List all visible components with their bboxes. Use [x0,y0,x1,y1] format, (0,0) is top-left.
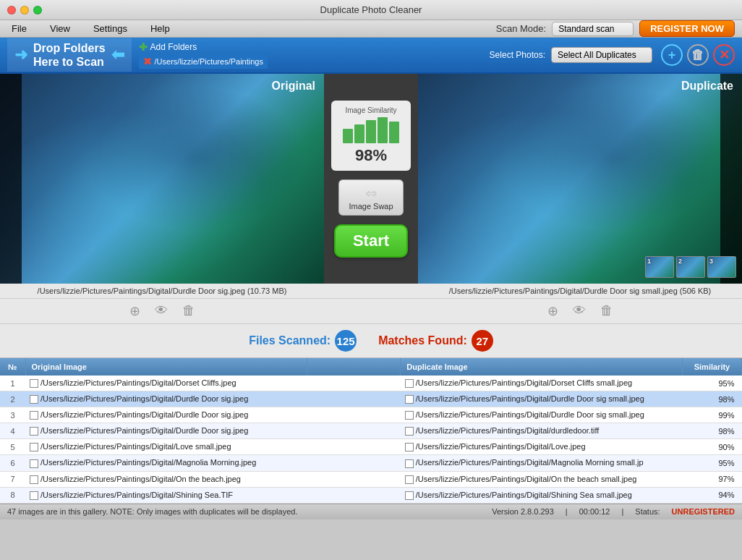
plus-icon: ✚ [139,41,148,53]
folder-actions: ✚ Add Folders ✖ /Users/lizzie/Pictures/P… [139,41,268,69]
duplicate-actions: ⊕ 👁 🗑 [418,299,742,323]
toolbar-delete-button[interactable]: 🗑 [687,44,709,66]
toolbar-close-button[interactable]: ✕ [713,44,735,66]
original-checkbox[interactable] [30,427,38,436]
row-original: /Users/lizzie/Pictures/Paintings/Digital… [25,455,307,471]
title-bar: Duplicate Photo Cleaner [0,0,742,20]
drop-zone[interactable]: ➜ Drop Folders Here to Scan ⬅ [7,38,132,72]
row-num: 2 [0,391,25,407]
original-add-icon[interactable]: ⊕ [129,303,140,319]
row-original: /Users/lizzie/Pictures/Paintings/Digital… [25,423,307,439]
table-row[interactable]: 7 /Users/lizzie/Pictures/Paintings/Digit… [0,471,742,487]
row-num: 8 [0,487,25,503]
duplicate-checkbox[interactable] [405,395,414,404]
row-num: 4 [0,423,25,439]
thumbnail-1[interactable]: 1 [645,256,674,278]
row-num: 7 [0,471,25,487]
menu-help[interactable]: Help [146,22,174,35]
toolbar-add-button[interactable]: + [661,44,683,66]
table-row[interactable]: 8 /Users/lizzie/Pictures/Paintings/Digit… [0,487,742,503]
duplicate-delete-icon[interactable]: 🗑 [600,303,613,319]
duplicate-checkbox[interactable] [405,379,414,388]
add-folder-button[interactable]: ✚ Add Folders [139,41,268,53]
row-sep [307,471,401,487]
table-row[interactable]: 5 /Users/lizzie/Pictures/Paintings/Digit… [0,439,742,455]
image-swap-button[interactable]: ⇔ Image Swap [338,179,404,216]
matches-found-label: Matches Found: [378,334,467,347]
toolbar-actions: + 🗑 ✕ [661,44,735,66]
sim-bar-5 [389,122,399,143]
duplicate-path: /Users/lizzie/Pictures/Paintings/Digital… [418,284,742,298]
status-value: UNREGISTERED [672,507,735,516]
status-right: Version 2.8.0.293 | 00:00:12 | Status: U… [492,507,735,516]
table-row[interactable]: 4 /Users/lizzie/Pictures/Paintings/Digit… [0,423,742,439]
row-similarity: 98% [682,423,741,439]
table-row[interactable]: 3 /Users/lizzie/Pictures/Paintings/Digit… [0,407,742,423]
row-sep [307,455,401,471]
duplicate-checkbox[interactable] [405,411,414,420]
select-photos-dropdown[interactable]: Select All Duplicates Deselect All [551,47,652,63]
row-num: 1 [0,376,25,391]
actions-middle-spacer [324,299,418,323]
thumbnail-3[interactable]: 3 [707,256,736,278]
table-row[interactable]: 2 /Users/lizzie/Pictures/Paintings/Digit… [0,391,742,407]
duplicate-checkbox[interactable] [405,427,414,436]
original-checkbox[interactable] [30,491,38,500]
duplicate-view-icon[interactable]: 👁 [573,303,586,319]
row-duplicate: /Users/lizzie/Pictures/Paintings/Digital… [401,423,683,439]
thumb-num-3: 3 [709,258,713,265]
original-actions: ⊕ 👁 🗑 [0,299,324,323]
files-scanned-group: Files Scanned: 125 [249,330,357,352]
scan-mode-select[interactable]: Standard scan Advanced scan [552,22,634,36]
minimize-button[interactable] [20,6,29,14]
register-button[interactable]: REGISTER NOW [639,20,735,37]
menu-file[interactable]: File [7,22,31,35]
duplicate-checkbox[interactable] [405,459,414,468]
original-checkbox[interactable] [30,475,38,484]
duplicate-checkbox[interactable] [405,475,414,484]
original-checkbox[interactable] [30,443,38,451]
duplicate-checkbox[interactable] [405,491,414,500]
row-sep [307,487,401,503]
row-similarity: 94% [682,487,741,503]
original-checkbox[interactable] [30,395,38,404]
table-wrapper[interactable]: № Original Image Duplicate Image Similar… [0,358,742,504]
minus-icon: ✖ [143,56,152,67]
table-row[interactable]: 6 /Users/lizzie/Pictures/Paintings/Digit… [0,455,742,471]
menu-settings[interactable]: Settings [89,22,132,35]
duplicate-image [418,74,742,284]
row-duplicate: /Users/lizzie/Pictures/Paintings/Digital… [401,471,683,487]
start-button[interactable]: Start [334,224,408,258]
table-row[interactable]: 1 /Users/lizzie/Pictures/Paintings/Digit… [0,376,742,391]
version-text: Version 2.8.0.293 [492,507,554,516]
duplicate-add-icon[interactable]: ⊕ [547,303,558,319]
row-original: /Users/lizzie/Pictures/Paintings/Digital… [25,487,307,503]
row-original: /Users/lizzie/Pictures/Paintings/Digital… [25,376,307,391]
original-checkbox[interactable] [30,379,38,388]
row-sep [307,407,401,423]
duplicate-label: Duplicate [681,80,733,93]
traffic-lights [7,6,42,14]
col-sep [307,358,401,376]
arrow-left-icon: ➜ [14,46,27,64]
original-path: /Users/lizzie/Pictures/Paintings/Digital… [0,284,324,298]
table-body: 1 /Users/lizzie/Pictures/Paintings/Digit… [0,376,742,503]
original-view-icon[interactable]: 👁 [155,303,168,319]
original-checkbox[interactable] [30,411,38,420]
original-delete-icon[interactable]: 🗑 [182,303,195,319]
original-checkbox[interactable] [30,459,38,468]
maximize-button[interactable] [33,6,42,14]
similarity-box: Image Similarity 98% [331,101,411,171]
stats-row: Files Scanned: 125 Matches Found: 27 [0,324,742,357]
duplicate-checkbox[interactable] [405,443,414,451]
row-duplicate: /Users/lizzie/Pictures/Paintings/Digital… [401,455,683,471]
row-sep [307,391,401,407]
middle-controls: Image Similarity 98% ⇔ Image Swap Start [324,74,418,284]
col-num: № [0,358,25,376]
select-photos-label: Select Photos: [490,50,545,60]
sim-bar-4 [378,117,388,143]
thumbnail-2[interactable]: 2 [676,256,705,278]
close-button[interactable] [7,6,16,14]
select-photos-area: Select Photos: Select All Duplicates Des… [490,47,652,63]
menu-view[interactable]: View [46,22,74,35]
